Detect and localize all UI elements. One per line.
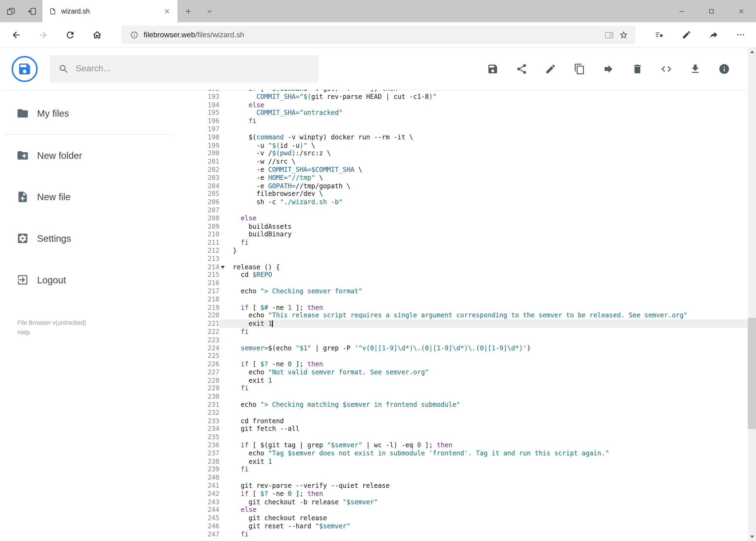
code-line-222[interactable]: 222 fi	[193, 327, 756, 336]
code-line-235[interactable]: 235	[193, 433, 756, 441]
move-button[interactable]	[603, 63, 614, 75]
sidebar-item-my-files[interactable]: My files	[0, 93, 193, 134]
scrollbar-thumb[interactable]	[748, 318, 756, 429]
download-button[interactable]	[689, 63, 701, 75]
code-line-208[interactable]: 208 else	[193, 214, 756, 222]
fold-marker-icon[interactable]	[221, 266, 225, 269]
show-set-aside-tabs-button[interactable]	[0, 0, 21, 22]
set-tabs-aside-button[interactable]	[21, 0, 43, 22]
code-line-228[interactable]: 228 exit 1	[193, 376, 756, 384]
code-line-192[interactable]: 192 if [ "$(command -v git)" != "" ]; th…	[193, 90, 756, 92]
page-scrollbar[interactable]	[748, 48, 756, 541]
forward-button[interactable]	[33, 25, 53, 45]
window-maximize-button[interactable]	[696, 0, 726, 22]
reading-view-button[interactable]	[602, 28, 616, 42]
more-options-button[interactable]	[730, 24, 751, 45]
code-editor[interactable]: 192 if [ "$(command -v git)" != "" ]; th…	[193, 90, 756, 541]
code-line-243[interactable]: 243 git checkout -b release "$semver"	[193, 498, 756, 506]
code-line-202[interactable]: 202 -e COMMIT_SHA=$COMMIT_SHA \	[193, 166, 756, 174]
refresh-button[interactable]	[60, 25, 80, 45]
back-button[interactable]	[6, 25, 26, 45]
code-line-194[interactable]: 194 else	[193, 101, 756, 109]
code-line-233[interactable]: 233 cd frontend	[193, 417, 756, 425]
code-line-240[interactable]: 240	[193, 473, 756, 482]
code-line-223[interactable]: 223	[193, 336, 756, 344]
home-button[interactable]	[87, 25, 107, 45]
tab-list-chevron-button[interactable]	[199, 0, 220, 22]
code-line-231[interactable]: 231 echo "> Checking matching $semver in…	[193, 400, 756, 409]
scroll-down-button[interactable]	[748, 533, 756, 541]
code-line-220[interactable]: 220 echo "This release script requires a…	[193, 311, 756, 319]
code-line-214[interactable]: 214release () {	[193, 263, 756, 271]
sidebar-item-settings[interactable]: Settings	[0, 218, 193, 259]
code-line-196[interactable]: 196 fi	[193, 117, 756, 125]
code-line-201[interactable]: 201 -w //src \	[193, 158, 756, 166]
code-line-200[interactable]: 200 -v /$(pwd):/src:z \	[193, 149, 756, 158]
browser-tab[interactable]: wizard.sh	[42, 0, 177, 22]
code-line-234[interactable]: 234 git fetch --all	[193, 425, 756, 433]
code-line-244[interactable]: 244 else	[193, 506, 756, 514]
code-line-212[interactable]: 212}	[193, 247, 756, 255]
code-line-205[interactable]: 205 filebrowser/dev \	[193, 190, 756, 198]
save-button[interactable]	[487, 63, 499, 75]
code-line-197[interactable]: 197	[193, 125, 756, 133]
code-line-204[interactable]: 204 -e GOPATH=//tmp/gopath \	[193, 182, 756, 190]
code-line-237[interactable]: 237 echo "Tag $semver does not exist in …	[193, 449, 756, 457]
sidebar-item-logout[interactable]: Logout	[0, 259, 193, 300]
code-line-211[interactable]: 211 fi	[193, 239, 756, 247]
tab-close-button[interactable]	[160, 5, 173, 17]
code-line-213[interactable]: 213	[193, 255, 756, 263]
favorites-hub-button[interactable]	[649, 24, 670, 45]
code-line-203[interactable]: 203 -e HOME="//tmp" \	[193, 174, 756, 182]
sidebar-item-new-folder[interactable]: New folder	[0, 135, 193, 176]
search-input[interactable]	[76, 64, 309, 74]
code-line-224[interactable]: 224 semver=$(echo "$1" | grep -P '^v(0|[…	[193, 344, 756, 352]
code-line-198[interactable]: 198 $(command -v winpty) docker run --rm…	[193, 133, 756, 141]
window-close-button[interactable]	[726, 0, 756, 22]
code-line-221[interactable]: 221 exit 1	[193, 319, 756, 327]
code-line-210[interactable]: 210 buildBinary	[193, 231, 756, 239]
help-link[interactable]: Help	[17, 327, 193, 337]
code-line-238[interactable]: 238 exit 1	[193, 457, 756, 465]
filebrowser-logo[interactable]	[12, 56, 38, 82]
edit-button[interactable]	[545, 63, 557, 75]
code-line-219[interactable]: 219 if [ $# -ne 1 ]; then	[193, 303, 756, 311]
code-line-226[interactable]: 226 if [ $? -ne 0 ]; then	[193, 360, 756, 368]
code-line-245[interactable]: 245 git checkout release	[193, 514, 756, 522]
code-line-242[interactable]: 242 if [ $? -ne 0 ]; then	[193, 490, 756, 498]
window-minimize-button[interactable]	[666, 0, 696, 22]
code-line-227[interactable]: 227 echo "Not valid semver format. See s…	[193, 368, 756, 376]
code-line-229[interactable]: 229 fi	[193, 384, 756, 392]
code-line-218[interactable]: 218	[193, 295, 756, 303]
share-page-button[interactable]	[703, 24, 724, 45]
code-line-232[interactable]: 232	[193, 409, 756, 417]
search-box[interactable]	[50, 55, 318, 83]
info-button[interactable]	[718, 63, 730, 75]
code-line-247[interactable]: 247 fi	[193, 530, 756, 538]
code-line-206[interactable]: 206 sh -c "./wizard.sh -b"	[193, 198, 756, 206]
scroll-up-button[interactable]	[748, 48, 756, 56]
code-line-217[interactable]: 217 echo "> Checking semver format"	[193, 287, 756, 295]
code-line-236[interactable]: 236 if [ $(git tag | grep "$semver" | wc…	[193, 441, 756, 449]
code-line-225[interactable]: 225	[193, 352, 756, 360]
code-line-193[interactable]: 193 COMMIT_SHA="$(git rev-parse HEAD | c…	[193, 93, 756, 101]
web-note-button[interactable]	[676, 24, 697, 45]
code-line-239[interactable]: 239 fi	[193, 465, 756, 473]
address-bar[interactable]: filebrowser.web/files/wizard.sh	[122, 26, 635, 44]
sidebar-item-new-file[interactable]: New file	[0, 176, 193, 218]
code-line-230[interactable]: 230	[193, 392, 756, 400]
code-line-199[interactable]: 199 -u "$(id -u)" \	[193, 141, 756, 149]
favorite-star-button[interactable]	[616, 28, 631, 42]
code-line-246[interactable]: 246 git reset --hard "$semver"	[193, 522, 756, 530]
code-button[interactable]	[660, 63, 672, 75]
copy-button[interactable]	[574, 63, 586, 75]
code-line-209[interactable]: 209 buildAssets	[193, 222, 756, 231]
code-line-195[interactable]: 195 COMMIT_SHA="untracked"	[193, 109, 756, 117]
delete-button[interactable]	[631, 63, 643, 75]
code-line-216[interactable]: 216	[193, 279, 756, 287]
code-line-207[interactable]: 207	[193, 206, 756, 214]
new-tab-button[interactable]	[177, 0, 199, 22]
share-button[interactable]	[516, 63, 527, 75]
code-line-241[interactable]: 241 git rev-parse --verify --quiet relea…	[193, 482, 756, 490]
code-line-215[interactable]: 215 cd $REPO	[193, 271, 756, 279]
